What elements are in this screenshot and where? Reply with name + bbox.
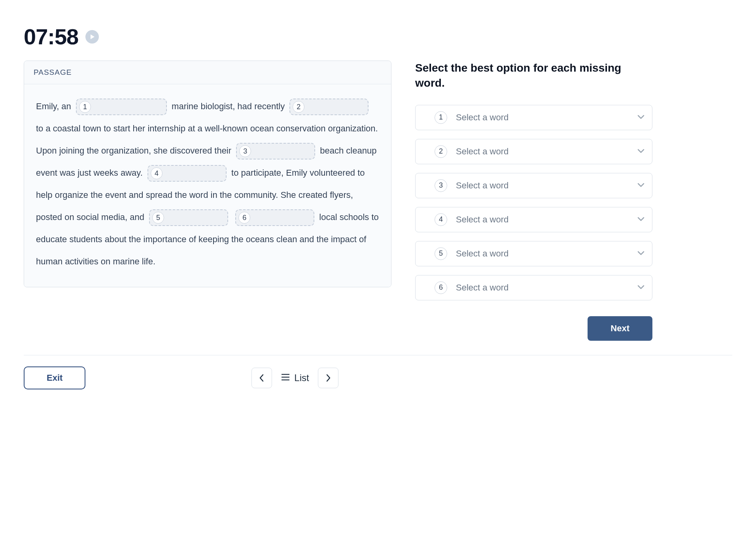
select-placeholder: Select a word bbox=[456, 214, 628, 225]
blank-2[interactable]: 2 bbox=[289, 99, 369, 115]
select-row-6[interactable]: 6Select a word bbox=[415, 275, 652, 300]
chevron-down-icon bbox=[637, 182, 645, 189]
blank-number: 3 bbox=[239, 145, 251, 157]
list-button[interactable]: List bbox=[281, 372, 309, 383]
prev-button[interactable] bbox=[251, 368, 272, 388]
passage-body: Emily, an 1 marine biologist, had recent… bbox=[24, 84, 391, 287]
blank-space bbox=[95, 102, 162, 111]
select-row-1[interactable]: 1Select a word bbox=[415, 105, 652, 130]
chevron-down-icon bbox=[637, 250, 645, 257]
passage-text bbox=[231, 212, 233, 222]
select-placeholder: Select a word bbox=[456, 146, 628, 157]
blank-4[interactable]: 4 bbox=[147, 165, 227, 182]
select-placeholder: Select a word bbox=[456, 283, 628, 293]
blank-number: 6 bbox=[238, 212, 250, 224]
select-number: 5 bbox=[435, 247, 447, 260]
exit-button[interactable]: Exit bbox=[24, 366, 85, 389]
select-number: 3 bbox=[435, 179, 447, 192]
select-placeholder: Select a word bbox=[456, 249, 628, 259]
select-number: 4 bbox=[435, 213, 447, 226]
blank-6[interactable]: 6 bbox=[235, 209, 314, 226]
next-button[interactable]: Next bbox=[588, 316, 652, 341]
svg-marker-0 bbox=[91, 34, 94, 39]
select-number: 2 bbox=[435, 145, 447, 158]
blank-3[interactable]: 3 bbox=[236, 143, 315, 159]
passage-panel: PASSAGE Emily, an 1 marine biologist, ha… bbox=[24, 61, 391, 287]
blank-number: 2 bbox=[293, 101, 304, 113]
select-row-4[interactable]: 4Select a word bbox=[415, 207, 652, 232]
divider bbox=[24, 355, 732, 355]
blank-space bbox=[168, 213, 223, 222]
passage-text: Emily, an bbox=[36, 101, 74, 111]
chevron-down-icon bbox=[637, 284, 645, 291]
select-number: 6 bbox=[435, 281, 447, 294]
chevron-down-icon bbox=[637, 148, 645, 155]
blank-space bbox=[254, 213, 310, 222]
play-icon[interactable] bbox=[85, 30, 99, 44]
next-nav-button[interactable] bbox=[318, 368, 338, 388]
blank-number: 4 bbox=[151, 167, 163, 179]
blank-number: 1 bbox=[79, 101, 91, 113]
blank-space bbox=[166, 169, 222, 178]
select-row-2[interactable]: 2Select a word bbox=[415, 139, 652, 164]
list-label: List bbox=[294, 372, 309, 383]
chevron-down-icon bbox=[637, 114, 645, 121]
passage-header: PASSAGE bbox=[24, 61, 391, 84]
passage-text: marine biologist, had recently bbox=[169, 101, 287, 111]
select-placeholder: Select a word bbox=[456, 112, 628, 123]
blank-space bbox=[308, 102, 364, 111]
blank-1[interactable]: 1 bbox=[76, 99, 167, 115]
blank-5[interactable]: 5 bbox=[149, 209, 228, 226]
list-icon bbox=[281, 372, 290, 383]
chevron-down-icon bbox=[637, 216, 645, 223]
timer: 07:58 bbox=[24, 24, 78, 49]
select-number: 1 bbox=[435, 111, 447, 124]
select-placeholder: Select a word bbox=[456, 180, 628, 191]
select-row-3[interactable]: 3Select a word bbox=[415, 173, 652, 198]
select-row-5[interactable]: 5Select a word bbox=[415, 241, 652, 266]
blank-space bbox=[255, 147, 310, 156]
instructions: Select the best option for each missing … bbox=[415, 61, 652, 91]
blank-number: 5 bbox=[152, 212, 164, 224]
